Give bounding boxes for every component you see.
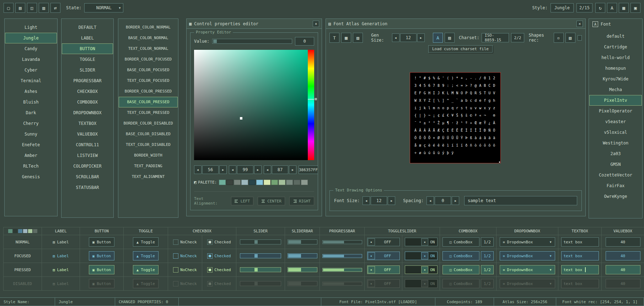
sample-sliderbar-focused[interactable] — [288, 253, 317, 258]
style-item-light[interactable]: Light — [5, 22, 57, 33]
sample-valuebox-pressed[interactable]: 40 — [606, 265, 640, 274]
hex-value-input[interactable]: 386357FF — [299, 165, 318, 174]
font-size-left-icon[interactable]: ◀ — [363, 196, 370, 205]
value-slider-knob[interactable] — [213, 39, 217, 43]
slider-knob[interactable] — [254, 282, 258, 285]
control-item-label[interactable]: LABEL — [62, 33, 113, 43]
property-item-base-color-disabled[interactable]: BASE_COLOR_DISABLED — [119, 129, 178, 139]
palette-swatch-12[interactable] — [301, 180, 308, 185]
sample-button-focused[interactable]: ▣Button — [89, 251, 114, 260]
sample-dropdownbox-normal[interactable]: ≡DropdownBox▼ — [500, 237, 555, 247]
combobox-counter[interactable]: 1/2 — [481, 279, 494, 288]
palette-swatch-11[interactable] — [294, 180, 300, 185]
font-item-pixeloperator[interactable]: PixelOperator — [589, 106, 642, 116]
palette-swatch-6[interactable] — [256, 180, 263, 185]
property-item-border-color-normal[interactable]: BORDER_COLOR_NORMAL — [119, 22, 178, 33]
style-item-ashes[interactable]: Ashes — [5, 86, 57, 97]
sample-toggleslider-on-normal[interactable]: ▪ON — [405, 238, 438, 246]
sample-label-pressed[interactable]: ▤Label — [49, 265, 72, 274]
combobox-counter[interactable]: 1/2 — [481, 237, 494, 247]
red-value[interactable]: 56 — [202, 165, 219, 174]
blue-spinner-left-icon[interactable]: ◀ — [264, 165, 271, 174]
sample-checkbox-unchecked-pressed[interactable]: NoCheck — [173, 267, 197, 273]
sample-textbox-disabled[interactable]: text box — [561, 279, 599, 288]
palette-swatch-3[interactable] — [234, 180, 241, 185]
sample-button-disabled[interactable]: ▣Button — [89, 279, 114, 288]
control-item-combobox[interactable]: COMBOBOX — [62, 97, 113, 107]
font-atlas-preview[interactable]: !"#$%&'()*+,-./0123456789:;<=>?@ABCDEFGH… — [410, 72, 501, 163]
style-name-box[interactable]: Jungle — [551, 3, 574, 12]
atlas-titlebar[interactable]: ▤ Font Atlas Generation × — [326, 19, 585, 29]
sample-button-pressed[interactable]: ▣Button — [89, 265, 114, 274]
sample-checkbox-checked-pressed[interactable]: Checked — [207, 267, 231, 273]
controls-table-view-button[interactable]: ▦ — [619, 3, 629, 13]
green-spinner-right-icon[interactable]: ▶ — [254, 165, 262, 174]
palette-swatch-9[interactable] — [279, 180, 285, 185]
font-item-homespun[interactable]: homespun — [589, 63, 642, 74]
palette-swatch-7[interactable] — [264, 180, 270, 185]
blue-value[interactable]: 87 — [272, 165, 288, 174]
sample-combobox-normal[interactable]: ◫ComboBox1/2 — [442, 237, 494, 247]
shapes-rec-checkbox[interactable] — [578, 35, 582, 41]
style-item-dark[interactable]: Dark — [5, 107, 57, 118]
white-rec-visible-button[interactable]: ▫ — [554, 33, 564, 43]
sample-toggleslider-off-disabled[interactable]: ▪OFF — [367, 279, 400, 288]
font-item-hello-world[interactable]: hello-world — [589, 52, 642, 63]
blue-spinner-right-icon[interactable]: ▶ — [289, 165, 296, 174]
font-size-right-icon[interactable]: ▶ — [388, 196, 395, 205]
sample-checkbox-checked-focused[interactable]: Checked — [207, 253, 231, 259]
style-item-sunny[interactable]: Sunny — [5, 129, 57, 139]
property-item-base-color-normal[interactable]: BASE_COLOR_NORMAL — [119, 33, 178, 43]
style-item-amber[interactable]: Amber — [5, 150, 57, 161]
editor-titlebar[interactable]: ▦ Control properties editor × — [187, 19, 322, 29]
spacing-value[interactable]: 0 — [435, 196, 451, 205]
sample-toggle-disabled[interactable]: ▲Toggle — [133, 279, 159, 288]
atlas-data-view-button[interactable]: ▨ — [353, 33, 363, 43]
font-item-kyrou7wide[interactable]: Kyrou7Wide — [589, 74, 642, 84]
random-style-button[interactable]: ⇄ — [50, 3, 60, 13]
hue-handle[interactable] — [314, 97, 317, 101]
style-item-enefete[interactable]: EneFete — [5, 139, 57, 150]
property-item-text-alignment[interactable]: TEXT_ALIGNMENT — [119, 172, 178, 182]
style-item-rltech[interactable]: RLTech — [5, 161, 57, 172]
style-item-terminal[interactable]: Terminal — [5, 75, 57, 86]
sample-combobox-disabled[interactable]: ◫ComboBox1/2 — [442, 279, 494, 288]
control-item-valuebox[interactable]: VALUEBOX — [62, 129, 113, 139]
font-item-default[interactable]: default — [589, 31, 642, 42]
property-item-border-color-focused[interactable]: BORDER_COLOR_FOCUSED — [119, 54, 178, 65]
control-item-progressbar[interactable]: PROGRESSBAR — [62, 75, 113, 86]
property-item-border-color-disabled[interactable]: BORDER_COLOR_DISABLED — [119, 118, 178, 129]
property-item-text-color-disabled[interactable]: TEXT_COLOR_DISABLED — [119, 139, 178, 150]
style-item-bluish[interactable]: Bluish — [5, 97, 57, 107]
sample-combobox-pressed[interactable]: ◫ComboBox1/2 — [442, 265, 494, 274]
style-item-lavanda[interactable]: Lavanda — [5, 54, 57, 65]
reload-style-button[interactable]: ↻ — [595, 3, 605, 13]
sample-toggle-normal[interactable]: ▲Toggle — [133, 237, 159, 247]
control-item-colorpicker[interactable]: COLORPICKER — [62, 161, 113, 172]
palette-swatch-2[interactable] — [226, 180, 233, 185]
sample-checkbox-unchecked-disabled[interactable]: NoCheck — [173, 281, 197, 286]
property-item-text-padding[interactable]: TEXT_PADDING — [119, 161, 178, 172]
font-item-fairfax[interactable]: FairFax — [589, 180, 642, 191]
font-item-cozettevector[interactable]: CozetteVector — [589, 170, 642, 180]
font-size-value[interactable]: 12 — [371, 196, 387, 205]
sample-checkbox-unchecked-focused[interactable]: NoCheck — [173, 253, 197, 259]
sample-combobox-focused[interactable]: ◫ComboBox1/2 — [442, 251, 494, 260]
font-item-cartridge[interactable]: Cartridge — [589, 42, 642, 52]
sample-checkbox-checked-normal[interactable]: Checked — [207, 239, 231, 245]
property-item-text-color-focused[interactable]: TEXT_COLOR_FOCUSED — [119, 75, 178, 86]
sample-checkbox-checked-disabled[interactable]: Checked — [207, 281, 231, 286]
sample-slider-normal[interactable] — [240, 239, 281, 244]
style-item-candy[interactable]: Candy — [5, 43, 57, 54]
sample-textbox-pressed[interactable]: text box — [561, 265, 599, 274]
sample-toggleslider-on-disabled[interactable]: ▪ON — [405, 279, 438, 288]
new-style-button[interactable]: ▢ — [4, 3, 14, 13]
align-left-button[interactable]: LEFT — [231, 197, 254, 205]
state-dropdown[interactable]: NORMAL ▼ — [84, 3, 123, 12]
property-item-text-color-normal[interactable]: TEXT_COLOR_NORMAL — [119, 43, 178, 54]
sample-valuebox-disabled[interactable]: 40 — [606, 279, 640, 288]
sample-toggle-focused[interactable]: ▲Toggle — [133, 251, 159, 260]
sample-sliderbar-normal[interactable] — [288, 239, 317, 244]
font-item-v5easter[interactable]: v5easter — [589, 116, 642, 127]
sample-text-input[interactable]: sample text — [464, 196, 577, 205]
